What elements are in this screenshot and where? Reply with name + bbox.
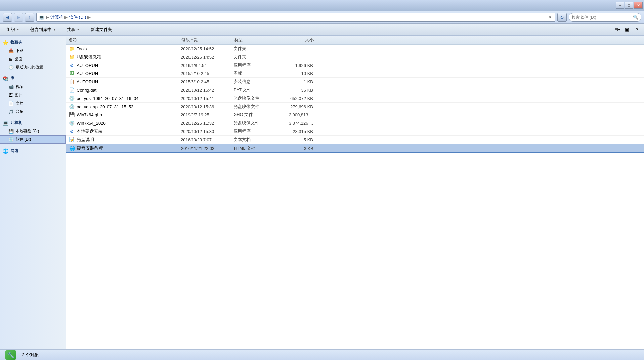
breadcrumb-dropdown-button[interactable]: ▾	[547, 13, 553, 21]
toolbar-separator-2	[61, 26, 61, 34]
file-type: DAT 文件	[234, 87, 273, 93]
breadcrumb-computer[interactable]: 计算机	[50, 14, 63, 20]
file-date: 2020/10/12 15:30	[181, 129, 234, 134]
sidebar-section-computer: 💻 计算机 💾 本地磁盘 (C:) 💿 软件 (D:)	[0, 119, 66, 144]
include-library-label: 包含到库中	[30, 27, 52, 33]
share-label: 共享	[67, 27, 75, 33]
header-date[interactable]: 修改日期	[181, 37, 234, 43]
breadcrumb-bar: 💻 ▶ 计算机 ▶ 软件 (D:) ▶ ▾	[36, 13, 555, 22]
file-date: 2020/10/12 15:36	[181, 104, 234, 109]
sidebar-item-docs[interactable]: 📄 文档	[0, 99, 66, 108]
file-icon: 🌐	[69, 145, 75, 151]
table-row[interactable]: 📄 Config.dat 2020/10/12 15:42 DAT 文件 36 …	[66, 86, 644, 94]
breadcrumb-sep-1: ▶	[46, 15, 49, 20]
file-date: 2020/10/12 15:42	[181, 88, 234, 93]
file-name: 硬盘安装教程	[77, 145, 181, 151]
header-name[interactable]: 名称	[69, 37, 181, 43]
forward-button[interactable]: ▶	[14, 13, 23, 22]
file-date: 2020/12/25 14:52	[181, 55, 234, 60]
sidebar-library-header[interactable]: 📚 库	[0, 74, 66, 83]
file-size: 36 KB	[273, 88, 313, 93]
favorites-icon: ⭐	[3, 40, 8, 45]
header-size[interactable]: 大小	[274, 37, 314, 43]
file-size: 3 KB	[274, 146, 313, 151]
status-count: 13 个对象	[20, 352, 39, 358]
file-type: HTML 文档	[234, 145, 274, 151]
downloads-label: 下载	[16, 48, 23, 54]
file-name: Config.dat	[77, 88, 181, 93]
file-type: 文件夹	[234, 54, 273, 60]
file-date: 2016/10/23 7:07	[181, 137, 234, 142]
file-type: 文本文档	[234, 137, 273, 143]
file-size: 28,315 KB	[273, 129, 313, 134]
file-size: 279,696 KB	[273, 104, 313, 109]
preview-pane-button[interactable]: ▣	[623, 25, 631, 34]
search-icon[interactable]: 🔍	[633, 15, 638, 20]
minimize-button[interactable]: －	[616, 2, 624, 9]
sidebar-item-music[interactable]: 🎵 音乐	[0, 108, 66, 116]
table-row[interactable]: 🖼 AUTORUN 2015/5/10 2:45 图标 10 KB	[66, 69, 644, 78]
sidebar-item-pictures[interactable]: 🖼 图片	[0, 91, 66, 99]
table-row[interactable]: 💿 Win7x64_2020 2020/12/25 11:32 光盘映像文件 3…	[66, 119, 644, 127]
file-name: U盘安装教程	[77, 54, 181, 60]
table-row[interactable]: 💿 pe_yqs_1064_20_07_31_16_04 2020/10/12 …	[66, 94, 644, 103]
up-button[interactable]: ↑	[25, 13, 34, 22]
file-date: 2016/11/21 22:03	[181, 146, 234, 151]
sidebar-item-local-c[interactable]: 💾 本地磁盘 (C:)	[0, 127, 66, 135]
table-row[interactable]: 📁 Tools 2020/12/25 14:52 文件夹	[66, 45, 644, 53]
sidebar-divider-1	[3, 73, 63, 73]
music-label: 音乐	[16, 109, 23, 114]
sidebar-favorites-header[interactable]: ⭐ 收藏夹	[0, 38, 66, 47]
organize-button[interactable]: 组织 ▾	[3, 25, 22, 34]
include-library-button[interactable]: 包含到库中 ▾	[26, 25, 59, 34]
computer-label: 计算机	[10, 120, 22, 126]
sidebar-item-local-d[interactable]: 💿 软件 (D:)	[0, 135, 66, 144]
file-list-header: 名称 修改日期 类型 大小	[66, 36, 644, 45]
file-icon: 📁	[69, 46, 75, 52]
sidebar-item-video[interactable]: 📹 视频	[0, 83, 66, 91]
sidebar-network-header[interactable]: 🌐 网络	[0, 147, 66, 155]
share-button[interactable]: 共享 ▾	[63, 25, 83, 34]
search-input[interactable]	[572, 15, 632, 20]
close-button[interactable]: ✕	[634, 2, 643, 9]
breadcrumb-current[interactable]: 软件 (D:)	[69, 14, 86, 20]
sidebar-item-downloads[interactable]: 📥 下载	[0, 47, 66, 55]
table-row[interactable]: ⚙ 本地硬盘安装 2020/10/12 15:30 应用程序 28,315 KB	[66, 127, 644, 136]
organize-label: 组织	[6, 27, 15, 33]
downloads-icon: 📥	[8, 48, 14, 53]
file-date: 2020/12/25 11:32	[181, 121, 234, 126]
table-row[interactable]: 🌐 硬盘安装教程 2016/11/21 22:03 HTML 文档 3 KB	[66, 144, 644, 153]
table-row[interactable]: 📋 AUTORUN 2015/5/10 2:45 安装信息 1 KB	[66, 78, 644, 86]
file-type: 安装信息	[234, 79, 273, 85]
sidebar-computer-header[interactable]: 💻 计算机	[0, 119, 66, 127]
breadcrumb-sep-3: ▶	[87, 15, 91, 20]
file-size: 1,926 KB	[273, 63, 313, 68]
file-size: 10 KB	[273, 71, 313, 76]
help-button[interactable]: ?	[633, 25, 641, 34]
docs-icon: 📄	[8, 101, 14, 106]
table-row[interactable]: 📝 光盘说明 2016/10/23 7:07 文本文档 5 KB	[66, 136, 644, 144]
video-icon: 📹	[8, 84, 14, 89]
local-c-icon: 💾	[8, 129, 14, 134]
file-name: 本地硬盘安装	[77, 128, 181, 134]
table-row[interactable]: 📁 U盘安装教程 2020/12/25 14:52 文件夹	[66, 53, 644, 61]
view-dropdown-button[interactable]: ⊞▾	[613, 25, 622, 34]
file-name: pe_yqs_1064_20_07_31_16_04	[77, 96, 181, 101]
maximize-button[interactable]: □	[625, 2, 633, 9]
file-date: 2016/1/8 4:54	[181, 63, 234, 68]
file-icon: 📝	[69, 137, 75, 143]
file-icon: 🖼	[69, 70, 75, 76]
sidebar: ⭐ 收藏夹 📥 下载 🖥 桌面 🕐 最近访问的位置 📚 库	[0, 36, 66, 349]
file-size: 1 KB	[273, 79, 313, 84]
new-folder-button[interactable]: 新建文件夹	[87, 25, 116, 34]
table-row[interactable]: ⚙ AUTORUN 2016/1/8 4:54 应用程序 1,926 KB	[66, 61, 644, 69]
refresh-button[interactable]: ↻	[557, 13, 567, 22]
sidebar-item-desktop[interactable]: 🖥 桌面	[0, 55, 66, 63]
sidebar-item-recent[interactable]: 🕐 最近访问的位置	[0, 63, 66, 71]
back-button[interactable]: ◀	[3, 13, 12, 22]
table-row[interactable]: 💾 Win7x64.gho 2019/9/7 19:25 GHO 文件 2,90…	[66, 111, 644, 119]
share-chevron: ▾	[77, 28, 79, 31]
file-icon: 💿	[69, 120, 75, 126]
table-row[interactable]: 💿 pe_yqs_xp_20_07_31_15_53 2020/10/12 15…	[66, 103, 644, 111]
header-type[interactable]: 类型	[234, 37, 274, 43]
